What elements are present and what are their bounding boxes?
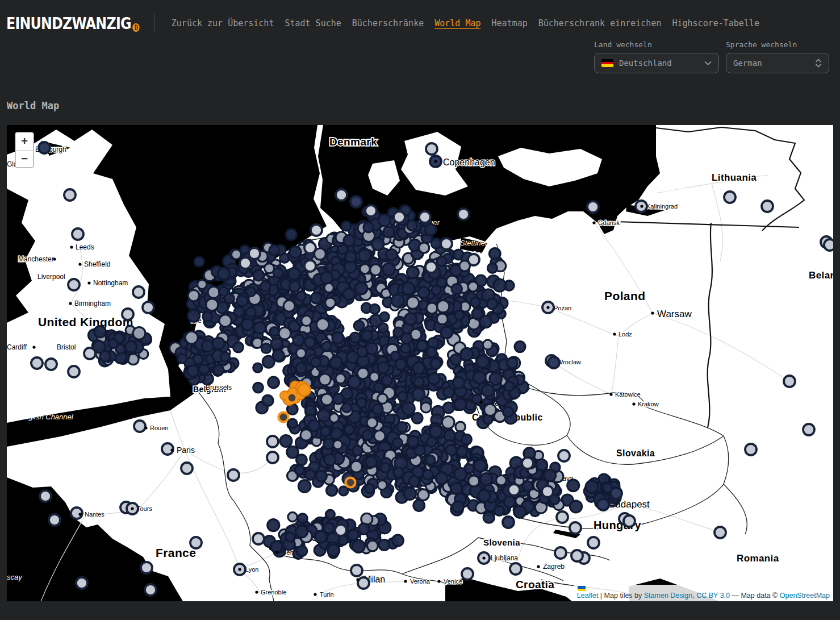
svg-text:Warsaw: Warsaw [657,309,692,319]
svg-text:Tours: Tours [137,505,152,512]
openstreetmap-link[interactable]: OpenStreetMap [780,592,830,600]
svg-text:Rouen: Rouen [150,425,168,431]
svg-text:Paris: Paris [177,446,195,455]
svg-text:Denmark: Denmark [329,136,377,148]
svg-text:France: France [156,546,196,559]
svg-text:Bristol: Bristol [57,343,76,351]
svg-text:Slovenia: Slovenia [483,538,520,547]
chevron-down-icon [704,61,712,65]
svg-text:English Channel: English Channel [19,413,74,421]
ukraine-flag-icon [578,586,586,591]
svg-text:Lodz: Lodz [618,331,632,338]
nav-item-stadt-suche[interactable]: Stadt Suche [285,18,341,28]
main-nav: Zurück zur ÜbersichtStadt SucheBüchersch… [172,18,770,28]
nav-item-buecherschrank-einreichen[interactable]: Bücherschrank einreichen [538,18,662,28]
svg-text:Poland: Poland [604,289,645,302]
header-controls: Land wechseln Deutschland Sprache wechse… [6,40,829,73]
svg-text:Katowice: Katowice [615,391,641,398]
nav-item-world-map[interactable]: World Map [434,18,480,28]
zoom-in-button[interactable]: + [16,133,33,150]
chevron-up-down-icon [815,59,822,68]
country-select-label: Land wechseln [594,40,719,49]
svg-text:Ljubljana: Ljubljana [491,554,518,562]
leaflet-link[interactable]: Leaflet [577,592,599,600]
attr-tiles-text: Map tiles by [604,592,644,600]
svg-text:Turin: Turin [320,591,334,598]
svg-text:Slovakia: Slovakia [616,448,655,458]
nav-item-zurueck-zur-uebersicht[interactable]: Zurück zur Übersicht [172,18,274,28]
german-flag-icon [601,59,613,67]
app-header: EINUNDZWANZIG₿ Zurück zur ÜbersichtStadt… [0,0,840,73]
language-select-label: Sprache wechseln [726,40,829,49]
svg-text:Zagreb: Zagreb [543,563,565,571]
svg-text:Sheffield: Sheffield [84,260,110,268]
nav-item-heatmap[interactable]: Heatmap [492,18,528,28]
logo-text: EINUNDZWANZIG [6,14,131,33]
country-select[interactable]: Deutschland [594,53,719,73]
svg-text:United Kingdom: United Kingdom [38,315,133,328]
attr-data-text: — Map data © [730,592,780,600]
svg-text:Lithuania: Lithuania [712,172,757,183]
svg-text:Copenhagen: Copenhagen [443,157,495,167]
language-select-value: German [733,59,762,68]
svg-text:scay: scay [7,573,23,581]
svg-text:Venice: Venice [444,578,462,585]
header-divider [154,14,154,33]
svg-text:Pozan: Pozan [554,305,571,311]
zoom-out-button[interactable]: − [16,150,33,167]
stamen-design-link[interactable]: Stamen Design [644,592,692,600]
cc-by-link[interactable]: CC BY 3.0 [696,592,730,600]
map-canvas[interactable]: United KingdomFrancePolandDenmarkLithuan… [7,125,833,601]
country-select-value: Deutschland [619,59,672,68]
attribution-text: Leaflet | Map tiles by Stamen Design, CC… [577,592,830,600]
zoom-control: + − [15,132,34,168]
svg-text:Romania: Romania [737,553,779,564]
svg-text:Kaliningrad: Kaliningrad [647,185,685,194]
svg-text:Liverpool: Liverpool [37,273,65,281]
svg-text:Verona: Verona [410,578,431,585]
svg-text:Nantes: Nantes [85,511,105,518]
nav-item-buecherschraenke[interactable]: Bücherschränke [352,18,424,28]
svg-text:Belarus: Belarus [809,270,833,281]
svg-text:Cardiff: Cardiff [7,343,27,351]
main-content: World Map [0,100,840,601]
attr-separator: | [598,592,604,600]
svg-text:Krakow: Krakow [638,401,659,407]
nav-item-highscore-tabelle[interactable]: Highscore-Tabelle [672,18,759,28]
page-title: World Map [7,100,840,111]
svg-text:Grenoble: Grenoble [261,589,286,596]
world-map[interactable]: United KingdomFrancePolandDenmarkLithuan… [7,125,833,601]
svg-text:Nottingham: Nottingham [93,279,128,287]
svg-text:Croatia: Croatia [516,579,554,590]
svg-text:Stettiner Haff: Stettiner Haff [460,239,504,247]
svg-text:Gdansk: Gdansk [598,219,620,226]
app-logo[interactable]: EINUNDZWANZIG₿ [6,14,139,33]
svg-text:Birmingham: Birmingham [74,299,111,307]
svg-text:Manchester: Manchester [18,255,54,263]
map-attribution: Leaflet | Map tiles by Stamen Design, CC… [574,585,833,601]
svg-text:Kaliningrad: Kaliningrad [646,203,678,210]
svg-text:Lyon: Lyon [245,566,258,573]
svg-text:Leeds: Leeds [76,243,94,251]
language-select[interactable]: German [726,53,829,73]
bitcoin-icon: ₿ [132,23,139,32]
svg-text:Wroclaw: Wroclaw [557,359,581,365]
